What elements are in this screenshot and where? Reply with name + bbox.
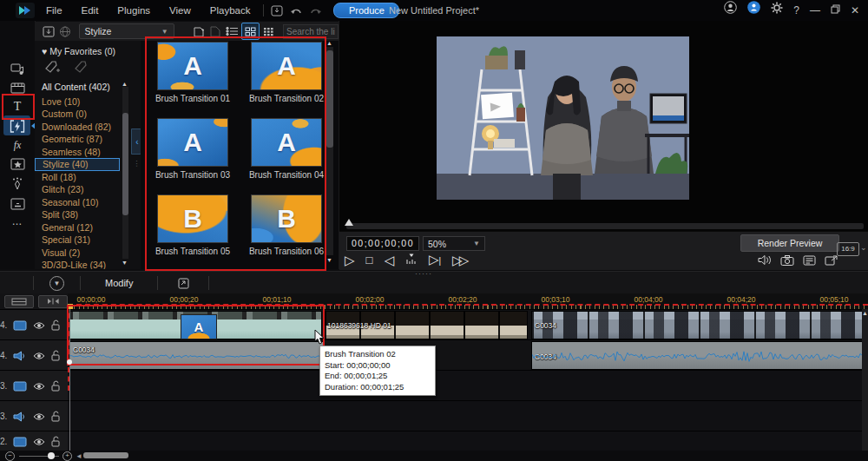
directorzone-icon[interactable] xyxy=(742,0,766,21)
timeline-collapse-button[interactable]: ▼ xyxy=(49,276,64,291)
eye-icon[interactable] xyxy=(33,438,45,446)
eye-icon[interactable] xyxy=(33,352,45,360)
overlay-room-icon[interactable] xyxy=(0,78,35,97)
menu-view[interactable]: View xyxy=(160,0,201,21)
lock-icon[interactable] xyxy=(50,350,61,361)
transition-item[interactable]: A Brush Transition 04 xyxy=(241,118,332,180)
panel-resize-handle[interactable]: ····· xyxy=(415,269,432,278)
lock-icon[interactable] xyxy=(50,319,61,331)
menu-playback[interactable]: Playback xyxy=(201,0,260,21)
chevron-down-icon[interactable]: ⌄ xyxy=(860,243,867,252)
page-icon[interactable] xyxy=(207,23,225,39)
clip-handle-dot[interactable] xyxy=(67,359,72,365)
edit-tag-icon[interactable] xyxy=(73,60,89,77)
clip-video-c0034[interactable]: C0034 xyxy=(531,311,867,339)
menu-plugins[interactable]: Plugins xyxy=(108,0,160,21)
category-filter-dropdown[interactable]: Stylize ▼ xyxy=(79,23,174,39)
snapshot-camera-icon[interactable] xyxy=(780,254,794,269)
category-scrollbar-thumb[interactable] xyxy=(122,113,128,215)
track-content[interactable] xyxy=(68,401,868,431)
transition-item[interactable]: A Brush Transition 01 xyxy=(148,42,238,103)
zoom-in-button[interactable]: + xyxy=(62,451,72,461)
track-content[interactable] xyxy=(68,431,868,451)
volume-icon[interactable] xyxy=(758,254,772,269)
grid-scroll-down-icon[interactable]: ▼ xyxy=(326,257,332,263)
preview-quality-icon[interactable] xyxy=(803,254,816,269)
eye-icon[interactable] xyxy=(33,382,45,391)
modify-button[interactable]: Modify xyxy=(84,278,154,288)
import-media-icon[interactable] xyxy=(39,23,56,39)
timeline-zoom-slider-handle[interactable] xyxy=(48,452,55,459)
track-content[interactable] xyxy=(68,371,868,401)
lock-icon[interactable] xyxy=(50,380,61,392)
transition-item[interactable]: B Brush Transition 06 xyxy=(241,194,332,256)
track-manager-button[interactable] xyxy=(4,295,34,308)
previous-frame-button[interactable]: ◁ xyxy=(384,252,394,269)
category-scroll-down-icon[interactable]: ▼ xyxy=(122,260,128,266)
user-account-icon[interactable] xyxy=(719,0,742,21)
next-frame-button[interactable]: ▷| xyxy=(429,251,441,270)
timeline-ruler[interactable]: 00;00;00 00;00;20 00;01;10 00;02;00 00;0… xyxy=(68,293,868,309)
produce-button[interactable]: Produce xyxy=(333,3,399,18)
category-scroll-up-icon[interactable]: ▲ xyxy=(122,81,128,87)
play-button[interactable]: ▷ xyxy=(345,252,355,269)
menu-edit[interactable]: Edit xyxy=(72,0,108,21)
save-project-icon[interactable] xyxy=(267,3,286,18)
menu-file[interactable]: File xyxy=(36,0,72,21)
particle-room-icon[interactable] xyxy=(0,174,35,193)
clip-video-green[interactable]: A xyxy=(69,311,322,339)
transition-item[interactable]: A Brush Transition 03 xyxy=(148,118,238,180)
title-room-icon[interactable]: T xyxy=(0,97,35,116)
media-room-icon[interactable] xyxy=(0,59,35,78)
help-button[interactable]: ? xyxy=(788,0,805,21)
lock-icon[interactable] xyxy=(50,436,61,447)
track-content[interactable]: A 1018639618 HD 01 C0034 xyxy=(68,310,868,340)
timecode-display[interactable]: 00;00;00;00 xyxy=(346,236,419,251)
zoom-out-button[interactable]: − xyxy=(5,451,15,461)
settings-gear-icon[interactable] xyxy=(766,0,788,21)
applied-transition-thumbnail[interactable]: A xyxy=(181,314,217,339)
transition-item[interactable]: A Brush Transition 02 xyxy=(241,42,332,103)
pip-objects-room-icon[interactable] xyxy=(0,155,35,174)
grid-scroll-up-icon[interactable]: ▲ xyxy=(326,40,332,46)
transition-item[interactable]: B Brush Transition 05 xyxy=(148,194,238,256)
favorites-row[interactable]: ♥ My Favorites (0) xyxy=(35,41,141,56)
category-stylize-selected[interactable]: Stylize (40) xyxy=(35,158,120,171)
more-rooms-icon[interactable]: … xyxy=(0,212,35,231)
lock-icon[interactable] xyxy=(50,411,61,422)
new-folder-icon[interactable] xyxy=(190,23,207,39)
aspect-ratio-badge[interactable]: 16:9 xyxy=(837,242,859,256)
add-tag-icon[interactable] xyxy=(43,60,61,77)
undock-window-icon[interactable] xyxy=(825,254,838,269)
search-input[interactable] xyxy=(283,24,339,39)
minimize-button[interactable]: — xyxy=(805,0,825,21)
undo-icon[interactable] xyxy=(286,3,306,18)
preview-playhead[interactable] xyxy=(345,219,353,226)
subtitle-room-icon[interactable] xyxy=(0,194,35,214)
detail-view-icon[interactable] xyxy=(260,23,277,39)
render-preview-button[interactable]: Render Preview xyxy=(740,234,839,252)
clip-audio-c0034[interactable]: C0034 xyxy=(69,341,325,370)
timeline-playhead-marker[interactable] xyxy=(68,304,73,309)
eye-icon[interactable] xyxy=(33,321,45,330)
clip-audio-c0034-2[interactable]: C0034 xyxy=(531,341,867,370)
timeline-vertical-scrollbar[interactable]: ▲ xyxy=(862,309,868,451)
download-templates-icon[interactable] xyxy=(56,23,74,39)
clip-video-1018639618[interactable]: 1018639618 HD 01 xyxy=(324,311,528,339)
zoom-level-dropdown[interactable]: 50% ▼ xyxy=(423,236,485,251)
track-content[interactable]: C0034 C0034 xyxy=(68,340,868,371)
fit-timeline-button[interactable] xyxy=(38,295,68,308)
grid-scrollbar-thumb[interactable] xyxy=(326,50,333,148)
panel-drag-handle[interactable]: ⋯ xyxy=(133,160,141,168)
track-manager-icon[interactable] xyxy=(174,275,193,291)
seek-marker-button[interactable] xyxy=(405,252,418,269)
scroll-left-arrow-icon[interactable]: ◄ xyxy=(76,452,82,460)
eye-icon[interactable] xyxy=(33,412,45,421)
restore-button[interactable] xyxy=(825,0,845,21)
transition-room-icon[interactable] xyxy=(0,116,35,135)
stop-button[interactable]: □ xyxy=(366,252,373,269)
redo-icon[interactable] xyxy=(306,3,325,18)
fast-forward-button[interactable]: ▷▷ xyxy=(452,252,465,269)
close-button[interactable]: ✕ xyxy=(845,0,865,21)
list-view-icon[interactable] xyxy=(224,23,241,39)
